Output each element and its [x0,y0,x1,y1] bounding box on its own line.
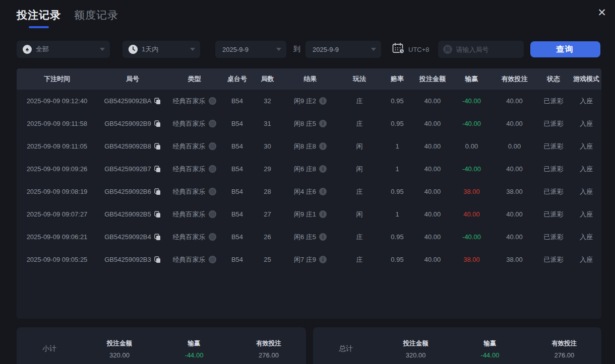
odds: 0.95 [380,233,415,241]
win-loss: 40.00 [450,210,493,218]
round-id-cell: GB54259092BA [97,97,168,105]
copy-icon[interactable] [154,211,161,218]
bet-time: 2025-09-09 09:11:58 [17,120,97,127]
tab-label: 投注记录 [17,8,61,22]
date-from-picker[interactable]: 2025-9-9 [215,41,286,58]
round-id-cell: GB54259092B3 [97,256,168,263]
bet-time: 2025-09-09 09:11:05 [17,142,97,150]
win-loss: 38.00 [450,188,493,195]
total-label: 总计 [313,344,379,353]
info-icon[interactable]: i [319,256,327,263]
result-cell: 闲9 庄1 i [281,210,339,219]
subtotal-win-loss: 输赢 -44.00 [157,339,231,359]
valid-bet: 40.00 [493,165,536,173]
info-icon[interactable]: i [319,120,327,127]
total-card: 总计 投注金额 320.00 输赢 -44.00 有效投注 276.00 [313,327,601,364]
timezone-group[interactable]: UTC+8 [392,43,429,56]
copy-icon[interactable] [154,143,161,150]
tab-quota-records[interactable]: 额度记录 [74,8,118,28]
table-row[interactable]: 2025-09-09 09:05:25 GB54259092B3 经典百家乐 B… [17,248,601,271]
play-type: 庄 [339,187,380,196]
table-number: B54 [221,165,254,173]
category-dropdown[interactable]: ♠ 全部 [17,41,110,58]
win-loss: 0.00 [450,142,493,150]
chevron-down-icon [276,48,281,51]
info-icon[interactable]: i [319,165,327,173]
query-button[interactable]: 查询 [530,41,600,57]
copy-icon[interactable] [154,166,161,173]
game-type-cell: 经典百家乐 [168,255,221,264]
odds: 0.95 [380,120,415,127]
result-cell: 闲6 庄8 i [281,165,339,174]
game-type-icon [209,97,216,105]
column-header: 输赢 [450,75,493,84]
bet-time: 2025-09-09 09:07:27 [17,210,97,218]
column-header: 状态 [536,75,571,84]
subtotal-label: 小计 [17,344,82,353]
game-mode: 入座 [571,97,601,106]
round-search-field[interactable]: 局 [438,41,524,58]
valid-bet: 0.00 [493,142,536,150]
result-cell: 闲8 庄5 i [281,119,339,128]
column-header: 有效投注 [493,75,536,84]
total-valid-bet: 有效投注 276.00 [527,339,601,359]
game-type-icon [209,142,216,150]
date-to-picker[interactable]: 2025-9-9 [305,41,381,58]
column-header: 赔率 [380,75,415,84]
copy-icon[interactable] [154,120,161,127]
status: 已派彩 [536,187,571,196]
round-number: 28 [254,188,281,195]
copy-icon[interactable] [154,234,161,241]
table-row[interactable]: 2025-09-09 09:09:26 GB54259092B7 经典百家乐 B… [17,158,601,180]
result-cell: 闲6 庄5 i [281,233,339,242]
status: 已派彩 [536,233,571,242]
info-icon[interactable]: i [319,210,327,218]
close-icon[interactable]: ✕ [595,5,609,19]
round-id-cell: GB54259092B4 [97,233,168,241]
odds: 1 [380,165,415,173]
date-to-label: 到 [292,45,301,54]
column-header: 玩法 [339,75,380,84]
chevron-down-icon [190,48,195,51]
table-row[interactable]: 2025-09-09 09:11:05 GB54259092B8 经典百家乐 B… [17,135,601,158]
table-number: B54 [221,142,254,150]
column-header: 局号 [97,75,168,84]
status: 已派彩 [536,142,571,151]
play-type: 庄 [339,255,380,264]
tab-bar: 投注记录 额度记录 [17,8,118,28]
table-number: B54 [221,233,254,241]
table-row[interactable]: 2025-09-09 09:12:40 GB54259092BA 经典百家乐 B… [17,90,601,112]
table-row[interactable]: 2025-09-09 09:07:27 GB54259092B5 经典百家乐 B… [17,203,601,226]
copy-icon[interactable] [154,98,161,105]
info-icon[interactable]: i [319,142,327,150]
bet-time: 2025-09-09 09:12:40 [17,97,97,105]
info-icon[interactable]: i [319,97,327,105]
info-icon[interactable]: i [319,188,327,195]
copy-icon[interactable] [154,188,161,195]
round-number: 30 [254,142,281,150]
time-range-dropdown[interactable]: 1天内 [122,41,200,58]
game-type-cell: 经典百家乐 [168,187,221,196]
summary-bar: 小计 投注金额 320.00 输赢 -44.00 有效投注 276.00 总计 … [17,327,601,364]
table-number: B54 [221,210,254,218]
column-header: 投注金额 [415,75,450,84]
bet-amount: 40.00 [415,120,450,127]
round-number: 27 [254,210,281,218]
game-mode: 入座 [571,255,601,264]
subtotal-card: 小计 投注金额 320.00 输赢 -44.00 有效投注 276.00 [17,327,306,364]
tab-betting-records[interactable]: 投注记录 [17,8,61,28]
valid-bet: 38.00 [493,188,536,195]
info-icon[interactable]: i [319,233,327,241]
table-row[interactable]: 2025-09-09 09:06:21 GB54259092B4 经典百家乐 B… [17,226,601,248]
round-search-input[interactable] [456,46,517,53]
bet-amount: 40.00 [415,97,450,105]
round-id-cell: GB54259092B8 [97,142,168,150]
bet-time: 2025-09-09 09:06:21 [17,233,97,241]
bet-amount: 40.00 [415,165,450,173]
subtotal-valid-bet: 有效投注 276.00 [231,339,306,359]
copy-icon[interactable] [154,256,161,263]
table-row[interactable]: 2025-09-09 09:08:19 GB54259092B6 经典百家乐 B… [17,180,601,203]
game-mode: 入座 [571,187,601,196]
round-id-cell: GB54259092B7 [97,165,168,173]
table-row[interactable]: 2025-09-09 09:11:58 GB54259092B9 经典百家乐 B… [17,112,601,135]
